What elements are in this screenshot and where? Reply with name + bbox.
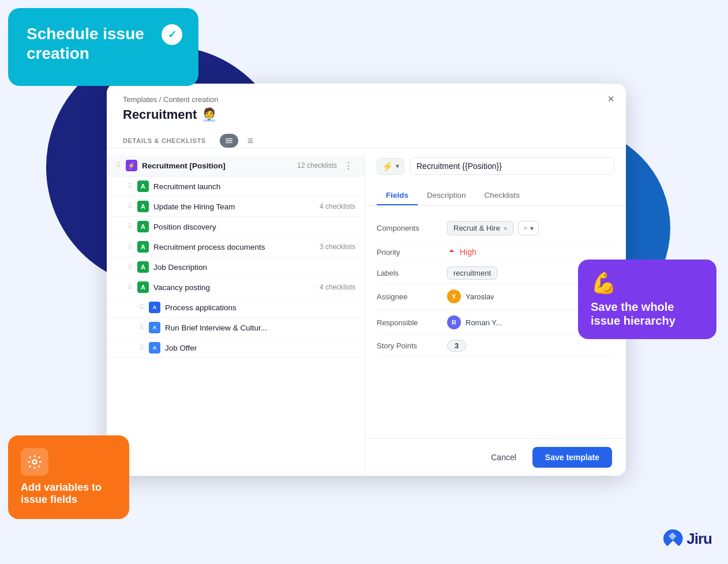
float-card-schedule: Schedule issue creation ✓: [8, 8, 198, 86]
svg-rect-2: [226, 140, 232, 141]
float-card-hierarchy: 💪 Save the whole issue hierarchy: [578, 260, 716, 339]
drag-handle: ⠿: [116, 161, 121, 170]
item-checklist: 4 checklists: [320, 283, 355, 291]
clear-icon: ×: [523, 224, 528, 232]
hierarchy-title: Save the whole issue hierarchy: [591, 300, 704, 328]
issue-type-selector[interactable]: ⚡ ▾: [377, 158, 404, 175]
list-item[interactable]: ⠿ A Job Description: [107, 257, 365, 277]
variables-icon: [21, 448, 48, 476]
cancel-button[interactable]: Cancel: [482, 448, 526, 467]
float-card-schedule-title: Schedule issue creation: [27, 24, 180, 63]
responsible-label: Responsible: [377, 318, 440, 327]
modal-body: ⠿ ⚡ Recruitment [Position] 12 checklists…: [107, 148, 626, 476]
drag-handle: ⠿: [139, 324, 144, 332]
labels-label: Labels: [377, 269, 440, 277]
toggle-button[interactable]: [220, 134, 238, 148]
item-icon: A: [137, 261, 149, 273]
tab-description[interactable]: Description: [418, 186, 475, 205]
item-icon: A: [137, 281, 149, 293]
item-name: Run Brief Interview & Cultur...: [165, 324, 355, 332]
list-item[interactable]: ⠿ A Position discovery: [107, 217, 365, 237]
tag-remove-button[interactable]: ×: [504, 225, 507, 232]
storypoints-field-row: Story Points 3: [377, 336, 614, 356]
issue-group-row[interactable]: ⠿ ⚡ Recruitment [Position] 12 checklists…: [107, 155, 365, 176]
priority-field-row: Priority High: [377, 242, 614, 263]
svg-point-0: [33, 460, 37, 464]
item-name: Vacancy posting: [153, 283, 315, 292]
avatar: Y: [447, 289, 461, 303]
drag-handle: ⠿: [127, 223, 133, 231]
list-item[interactable]: ⠿ A Recruitment launch: [107, 176, 365, 197]
storypoints-label: Story Points: [377, 341, 440, 350]
avatar: R: [447, 315, 461, 329]
hierarchy-emoji: 💪: [591, 271, 704, 295]
list-icon[interactable]: ≡: [247, 135, 254, 147]
item-icon: A: [137, 201, 149, 212]
list-item[interactable]: ⠿ A Run Brief Interview & Cultur...: [107, 318, 365, 338]
variables-title: Add variables to issue fields: [21, 482, 117, 506]
item-name: Update the Hiring Team: [153, 202, 315, 211]
right-tabs: Fields Description Checklists: [365, 179, 626, 206]
list-item[interactable]: ⠿ A Process applications: [107, 298, 365, 318]
item-icon: A: [137, 181, 149, 192]
item-icon: A: [137, 221, 149, 232]
item-name: Job Offer: [165, 344, 355, 352]
drag-handle: ⠿: [127, 182, 133, 190]
item-name: Recruitment process documents: [153, 243, 315, 251]
list-item[interactable]: ⠿ A Vacancy posting 4 checklists: [107, 277, 365, 298]
item-icon: A: [149, 322, 160, 333]
list-item[interactable]: ⠿ A Job Offer: [107, 338, 365, 358]
assignee-label: Assignee: [377, 292, 440, 301]
group-more-button[interactable]: ⋮: [342, 160, 355, 171]
float-card-variables: Add variables to issue fields: [8, 435, 129, 519]
save-template-button[interactable]: Save template: [532, 447, 612, 468]
responsible-name: Roman Y...: [466, 318, 502, 327]
label-tag: recruitment: [447, 266, 497, 280]
components-value: Recruit & Hire × × ▾: [447, 221, 614, 235]
tabs-row: DETAILS & CHECKLISTS ≡: [107, 127, 626, 148]
item-name: Job Description: [153, 263, 351, 272]
priority-label: Priority: [377, 248, 440, 257]
drag-handle: ⠿: [139, 303, 144, 311]
components-field-row: Components Recruit & Hire × × ▾: [377, 215, 614, 242]
tabs-label: DETAILS & CHECKLISTS: [123, 137, 206, 144]
jira-text: Jiru: [686, 530, 712, 548]
drag-handle: ⠿: [127, 202, 133, 210]
components-dropdown[interactable]: × ▾: [518, 221, 539, 235]
modal-title: Recruitment 🧑‍💼: [123, 107, 610, 122]
item-name: Position discovery: [153, 223, 351, 231]
group-name: Recruitment [Position]: [142, 161, 292, 170]
modal-header: Templates / Content creation Recruitment…: [107, 84, 626, 122]
issue-title-input[interactable]: [410, 157, 614, 175]
drag-handle: ⠿: [127, 283, 133, 291]
jira-icon: [662, 529, 683, 548]
check-icon: ✓: [162, 24, 182, 45]
modal-card: Templates / Content creation Recruitment…: [107, 84, 626, 476]
item-icon: A: [149, 342, 160, 354]
priority-high: High: [447, 247, 614, 257]
group-icon: ⚡: [126, 160, 137, 171]
chevron-down-icon: ▾: [530, 224, 534, 232]
svg-rect-1: [226, 138, 232, 139]
item-name: Recruitment launch: [153, 182, 351, 191]
list-item[interactable]: ⠿ A Update the Hiring Team 4 checklists: [107, 197, 365, 217]
left-pane: ⠿ ⚡ Recruitment [Position] 12 checklists…: [107, 148, 365, 476]
breadcrumb: Templates / Content creation: [123, 95, 610, 104]
assignee-name: Yaroslav: [466, 292, 494, 301]
svg-rect-3: [226, 142, 232, 143]
drag-handle: ⠿: [139, 344, 144, 352]
priority-icon: [447, 247, 456, 257]
drag-handle: ⠿: [127, 243, 133, 251]
list-item[interactable]: ⠿ A Recruitment process documents 3 chec…: [107, 237, 365, 257]
issue-type-icon: ⚡: [382, 161, 393, 172]
item-checklist: 3 checklists: [320, 243, 355, 251]
chevron-down-icon: ▾: [396, 162, 399, 170]
tab-checklists[interactable]: Checklists: [475, 186, 530, 205]
storypoints-value: 3: [447, 341, 614, 350]
close-button[interactable]: ×: [607, 93, 614, 104]
group-checklist-count: 12 checklists: [297, 161, 337, 170]
tab-fields[interactable]: Fields: [377, 186, 418, 205]
item-name: Process applications: [165, 303, 355, 312]
item-icon: A: [137, 241, 149, 253]
jira-logo: Jiru: [662, 529, 712, 548]
